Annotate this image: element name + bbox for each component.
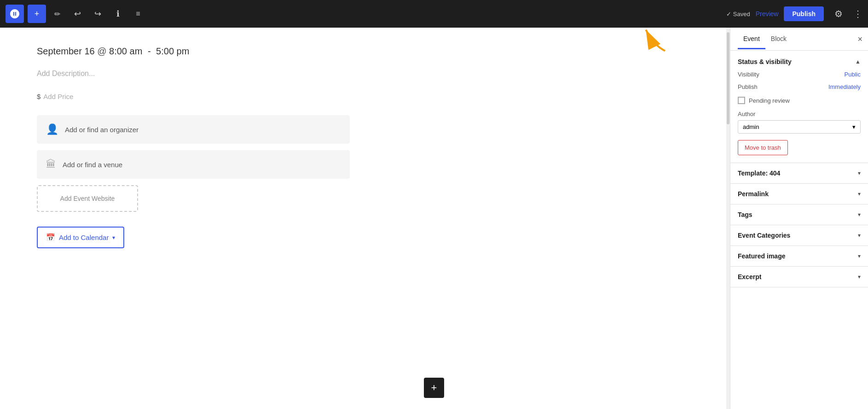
organizer-placeholder-text: Add or find an organizer [65, 126, 139, 134]
status-visibility-chevron-up: ▲ [855, 58, 861, 65]
editor-scrollbar-thumb[interactable] [727, 32, 729, 124]
pending-review-checkbox[interactable] [738, 97, 745, 104]
publish-label: Publish [738, 83, 758, 90]
add-block-bottom-button[interactable]: + [424, 378, 444, 398]
website-placeholder-text: Add Event Website [60, 195, 115, 202]
edit-pencil-button[interactable]: ✏ [48, 5, 66, 23]
saved-indicator: ✓ Saved [726, 11, 750, 18]
undo-button[interactable]: ↩ [68, 5, 87, 23]
publish-row: Publish Immediately [738, 83, 861, 90]
preview-button[interactable]: Preview [756, 10, 779, 18]
editor-scrollbar-track[interactable] [726, 28, 730, 409]
visibility-row: Visibility Public [738, 71, 861, 78]
move-to-trash-button[interactable]: Move to trash [738, 140, 788, 155]
author-label: Author [738, 111, 861, 117]
permalink-chevron-icon: ▾ [858, 191, 861, 197]
event-end-time: 5:00 pm [156, 46, 189, 56]
calendar-icon: 📅 [46, 233, 55, 242]
author-row: Author admin ▾ [738, 111, 861, 134]
event-categories-section[interactable]: Event Categories ▾ [730, 225, 868, 246]
add-price-label: Add Price [43, 93, 73, 100]
add-block-toolbar-button[interactable]: + [28, 5, 46, 23]
dollar-sign: $ [37, 93, 41, 100]
organizer-icon: 👤 [46, 123, 58, 135]
add-to-calendar-label: Add to Calendar [59, 234, 109, 241]
featured-image-label: Featured image [738, 252, 785, 260]
tab-event[interactable]: Event [738, 29, 765, 49]
status-visibility-title: Status & visibility [738, 58, 792, 65]
add-to-calendar-button[interactable]: 📅 Add to Calendar ▾ [37, 227, 124, 248]
featured-image-chevron-icon: ▾ [858, 253, 861, 259]
tags-section[interactable]: Tags ▾ [730, 204, 868, 225]
check-icon: ✓ [726, 11, 731, 18]
venue-placeholder-text: Add or find a venue [63, 161, 122, 169]
template-chevron-icon: ▾ [858, 170, 861, 176]
author-select[interactable]: admin ▾ [738, 120, 861, 134]
tab-block[interactable]: Block [765, 29, 792, 49]
status-visibility-header[interactable]: Status & visibility ▲ [738, 58, 861, 65]
dash: - [148, 46, 153, 56]
toolbar: + ✏ ↩ ↪ ℹ ≡ ✓ Saved Preview Publish ⚙ ⋮ [0, 0, 868, 28]
event-start-time: 8:00 am [109, 46, 142, 56]
chevron-down-icon: ▾ [112, 234, 115, 241]
visibility-label: Visibility [738, 71, 759, 78]
close-sidebar-button[interactable]: × [857, 34, 862, 44]
main-layout: September 16 @ 8:00 am - 5:00 pm Add Des… [0, 28, 868, 409]
sidebar: Event Block × Status & visibility ▲ Visi… [730, 28, 868, 409]
list-view-button[interactable]: ≡ [129, 5, 147, 23]
venue-icon: 🏛 [46, 158, 56, 170]
visibility-value[interactable]: Public [845, 71, 861, 78]
status-visibility-section: Status & visibility ▲ Visibility Public … [730, 51, 868, 163]
author-value: admin [743, 123, 759, 130]
template-label: Template: 404 [738, 169, 780, 177]
add-organizer-box[interactable]: 👤 Add or find an organizer [37, 115, 350, 144]
add-venue-box[interactable]: 🏛 Add or find a venue [37, 150, 350, 179]
featured-image-section[interactable]: Featured image ▾ [730, 246, 868, 267]
add-description-placeholder[interactable]: Add Description... [37, 70, 689, 78]
pending-review-row: Pending review [738, 97, 861, 104]
more-options-button[interactable]: ⋮ [853, 8, 862, 19]
event-date: September 16 [37, 46, 95, 56]
event-website-box[interactable]: Add Event Website [37, 185, 138, 212]
event-datetime: September 16 @ 8:00 am - 5:00 pm [37, 46, 689, 57]
tags-chevron-icon: ▾ [858, 211, 861, 218]
publish-value[interactable]: Immediately [828, 83, 861, 90]
template-section[interactable]: Template: 404 ▾ [730, 163, 868, 184]
saved-label: Saved [733, 11, 750, 18]
permalink-section[interactable]: Permalink ▾ [730, 184, 868, 204]
at-sign: @ [97, 46, 109, 56]
settings-button[interactable]: ⚙ [829, 5, 848, 23]
add-price-field[interactable]: $ Add Price [37, 93, 689, 100]
excerpt-label: Excerpt [738, 273, 761, 280]
tags-label: Tags [738, 211, 752, 218]
pending-review-label: Pending review [749, 97, 790, 104]
event-categories-label: Event Categories [738, 232, 790, 239]
permalink-label: Permalink [738, 190, 769, 198]
redo-button[interactable]: ↪ [88, 5, 107, 23]
editor-area: September 16 @ 8:00 am - 5:00 pm Add Des… [0, 28, 726, 409]
event-categories-chevron-icon: ▾ [858, 232, 861, 239]
excerpt-chevron-icon: ▾ [858, 274, 861, 280]
author-chevron-icon: ▾ [852, 123, 856, 130]
wp-logo [6, 5, 24, 23]
excerpt-section[interactable]: Excerpt ▾ [730, 267, 868, 287]
info-button[interactable]: ℹ [109, 5, 127, 23]
publish-button[interactable]: Publish [784, 6, 824, 21]
sidebar-header: Event Block × [730, 28, 868, 51]
